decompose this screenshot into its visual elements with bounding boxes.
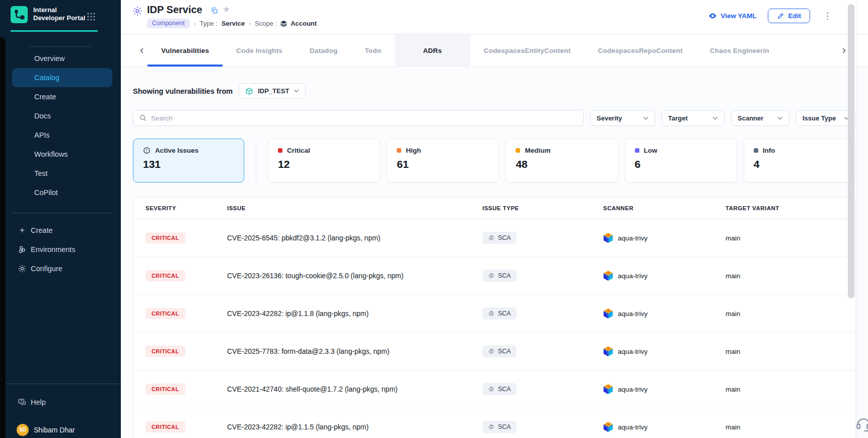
scanner-name: aqua-trivy [618,310,647,318]
search-input[interactable] [151,114,577,122]
tab-todo[interactable]: Todo [351,34,395,67]
headset-help-icon[interactable] [855,415,868,432]
severity-badge: CRITICAL [146,421,185,432]
sidebar-action-environments[interactable]: Environments [0,240,121,259]
issue-type-pill: SCA [482,232,517,244]
trivy-logo-icon [603,232,613,243]
sidebar-divider [12,213,112,213]
sidebar-item-overview[interactable]: Overview [0,49,121,68]
issue-cell: CVE-2025-7783: form-data@2.3.3 (lang-pkg… [227,347,482,355]
project-select[interactable]: IDP_TEST [239,83,306,99]
scanner-name: aqua-trivy [618,386,647,393]
scanner-cell: aqua-trivy [603,308,726,319]
high-card[interactable]: High 61 [387,139,499,182]
view-yaml-button[interactable]: View YAML [708,12,756,20]
issue-type-label: SCA [498,423,511,430]
sidebar-item-catalog[interactable]: Catalog [12,68,112,87]
showing-row: Showing vulnerabilities from IDP_TEST [133,83,856,99]
tab-vulnerabilities[interactable]: Vulnerabilities [148,34,223,67]
header-actions: View YAML Edit ⋮ [708,9,834,23]
sidebar-item-create[interactable]: Create [0,87,121,106]
target-variant-cell: main [726,386,855,393]
sidebar-item-docs[interactable]: Docs [0,106,121,126]
fingerprint-icon [488,386,495,393]
vulnerabilities-table: SEVERITY ISSUE ISSUE TYPE SCANNER TARGET… [133,197,856,438]
issue-type-filter[interactable]: Issue Type [796,110,856,126]
scanner-filter[interactable]: Scanner [731,110,789,126]
active-issues-count: 131 [143,158,234,170]
tab-adrs[interactable]: ADRs [395,34,470,67]
help-button[interactable]: ? Help [0,393,121,412]
tab-codespaces-repo-content[interactable]: CodespacesRepoContent [584,34,696,67]
table-row[interactable]: CRITICAL CVE-2023-42282: ip@1.1.5 (lang-… [133,408,855,438]
target-variant-cell: main [726,272,855,280]
severity-filter[interactable]: Severity [590,110,655,126]
trivy-logo-icon [603,346,613,357]
low-card[interactable]: Low 6 [625,139,737,182]
tab-chaos-engineering[interactable]: Chaos Engineerin [696,34,783,67]
col-severity: SEVERITY [146,205,227,211]
more-options-icon[interactable]: ⋮ [821,11,834,21]
chevron-down-icon [643,116,648,120]
issue-type-pill: SCA [482,270,517,282]
high-dot-icon [397,148,401,153]
scanner-name: aqua-trivy [618,348,647,355]
brand-underline [11,30,98,32]
medium-card[interactable]: Medium 48 [505,139,618,182]
vertical-scrollbar[interactable] [848,4,854,298]
edit-button[interactable]: Edit [768,9,811,23]
svg-text:?: ? [20,399,22,403]
tab-bar: ‹ Vulnerabilities Code Insights Datadog … [121,34,868,67]
issue-type-label: SCA [498,386,511,393]
sidebar-item-workflows[interactable]: Workflows [0,145,121,164]
showing-label: Showing vulnerabilities from [133,87,233,95]
issue-cell: CVE-2023-42282: ip@1.1.8 (lang-pkgs, npm… [227,309,482,318]
tabs-scroll-left-icon[interactable]: ‹ [136,45,148,56]
table-row[interactable]: CRITICAL CVE-2023-26136: tough-cookie@2.… [133,257,855,295]
scope-layers-icon [280,20,287,27]
scanner-cell: aqua-trivy [603,384,726,395]
sidebar-action-create[interactable]: + Create [0,221,121,240]
table-row[interactable]: CRITICAL CVE-2025-6545: pbkdf2@3.1.2 (la… [133,219,855,257]
critical-card[interactable]: Critical 12 [268,139,380,182]
issue-type-pill: SCA [482,345,517,357]
tab-code-insights[interactable]: Code Insights [223,34,296,67]
target-variant-cell: main [726,310,855,318]
severity-badge: CRITICAL [146,346,185,357]
alert-circle-icon [143,147,151,154]
issue-type-pill: SCA [482,383,517,395]
active-issues-card[interactable]: Active Issues 131 [133,139,244,182]
issue-type-label: SCA [498,310,511,317]
sidebar-action-configure[interactable]: Configure [0,259,121,278]
info-card[interactable]: Info 4 [744,139,856,182]
critical-dot-icon [278,148,282,153]
user-menu[interactable]: SD Shibam Dhar [0,421,121,438]
sidebar-item-apis[interactable]: APIs [0,126,121,145]
sidebar-divider [29,46,92,47]
pencil-icon [777,12,784,20]
type-value: Service [222,20,245,27]
fingerprint-icon [488,310,495,317]
table-header: SEVERITY ISSUE ISSUE TYPE SCANNER TARGET… [133,197,855,219]
sidebar-item-test[interactable]: Test [0,164,121,183]
eye-icon [708,12,717,20]
info-dot-icon [754,148,758,153]
target-filter[interactable]: Target [662,110,725,126]
table-row[interactable]: CRITICAL CVE-2025-7783: form-data@2.3.3 … [133,333,855,370]
portal-logo[interactable]: Internal Developer Portal [11,6,90,23]
tab-datadog[interactable]: Datadog [296,34,351,67]
main-area: IDP Service ★ Component • Type : Service… [121,0,868,438]
sidebar-item-copilot[interactable]: CoPilot [0,183,121,202]
vulnerabilities-panel: Showing vulnerabilities from IDP_TEST [121,68,868,438]
copy-icon[interactable] [210,7,219,15]
issue-type-filter-label: Issue Type [803,114,836,122]
table-row[interactable]: CRITICAL CVE-2021-42740: shell-quote@1.7… [133,370,855,408]
table-row[interactable]: CRITICAL CVE-2023-42282: ip@1.1.8 (lang-… [133,295,855,333]
app-switcher-icon[interactable] [87,12,96,21]
tab-codespaces-entity-content[interactable]: CodespacesEntityContent [470,34,585,67]
favorite-star-icon[interactable]: ★ [223,4,230,15]
issue-type-pill: SCA [482,421,517,433]
low-label: Low [644,147,658,154]
critical-label: Critical [287,147,310,154]
high-label: High [406,147,421,154]
